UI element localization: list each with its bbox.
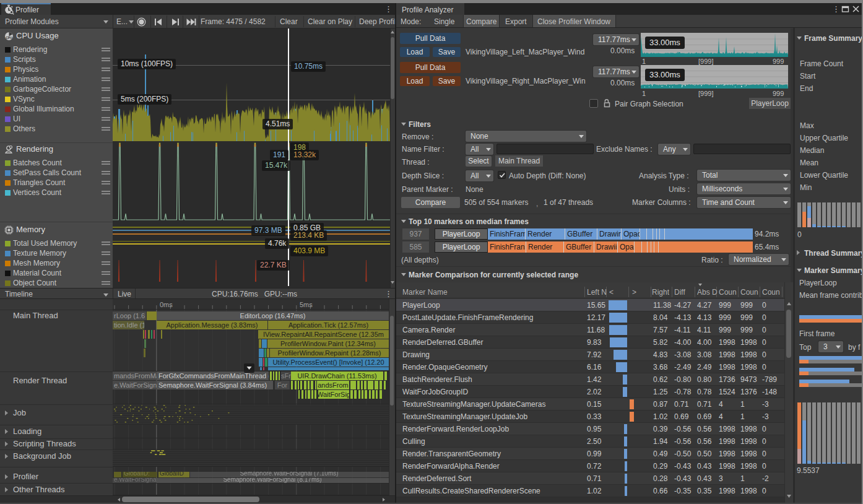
svg-text:Application.Message (3.83ms): Application.Message (3.83ms) bbox=[167, 321, 258, 329]
svg-text:ProfilerWindow.Repaint (12.28m: ProfilerWindow.Repaint (12.28ms) bbox=[278, 349, 381, 357]
svg-text:Utility.ProcessEvent() [Invoke: Utility.ProcessEvent() [Invoke] (12.20 bbox=[272, 358, 384, 366]
svg-text:sFr: sFr bbox=[281, 372, 291, 380]
svg-text:For: For bbox=[277, 381, 288, 389]
svg-text:ForGfxCommandsFromMainThread (: ForGfxCommandsFromMainThread ( bbox=[158, 372, 271, 380]
svg-text:rLoop (1.6: rLoop (1.6 bbox=[114, 312, 145, 319]
svg-text:andsFrom: andsFrom bbox=[318, 381, 349, 389]
svg-text:Semaphore.WaitForSignal (3.84m: Semaphore.WaitForSignal (3.84ms) bbox=[158, 381, 267, 389]
svg-text:e.WaitForSigna: e.WaitForSigna bbox=[114, 381, 161, 389]
svg-text:ProfilerWindow.Paint (12.34ms): ProfilerWindow.Paint (12.34ms) bbox=[280, 340, 376, 347]
svg-text:IView.RepaintAll.RepaintScene: IView.RepaintAll.RepaintScene (12.35m bbox=[263, 331, 384, 338]
svg-text:tion.Idle (1: tion.Idle (1 bbox=[114, 321, 145, 329]
svg-text:Application.Tick (12.57ms): Application.Tick (12.57ms) bbox=[288, 321, 368, 329]
svg-text:EditorLoop (16.47ms): EditorLoop (16.47ms) bbox=[240, 312, 306, 319]
svg-text:0ms: 0ms bbox=[160, 301, 173, 308]
svg-text:UIR.DrawChain (11.53ms): UIR.DrawChain (11.53ms) bbox=[297, 372, 376, 380]
svg-text:WaitForSig: WaitForSig bbox=[317, 391, 350, 398]
svg-text:5ms: 5ms bbox=[300, 301, 313, 308]
svg-text:mandsFromMa: mandsFromMa bbox=[114, 372, 160, 380]
svg-text:CPU: CPU bbox=[6, 36, 12, 40]
